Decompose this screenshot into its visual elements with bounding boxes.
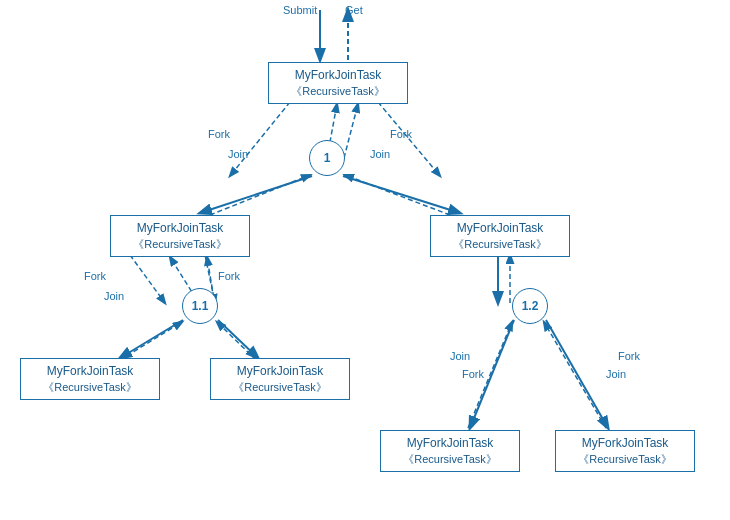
- svg-line-10: [130, 255, 165, 303]
- svg-line-9: [344, 104, 358, 158]
- circle-1-label: 1: [324, 151, 331, 165]
- fork-label-11l: Fork: [84, 270, 106, 282]
- task-n11: MyForkJoinTask 《RecursiveTask》: [20, 358, 160, 400]
- task-n1: MyForkJoinTask 《RecursiveTask》: [110, 215, 250, 257]
- task-n11-stereo: 《RecursiveTask》: [29, 380, 151, 395]
- join-label-12r: Join: [606, 368, 626, 380]
- svg-line-15: [218, 320, 258, 358]
- fork-label-12r: Fork: [618, 350, 640, 362]
- task-n12-stereo: 《RecursiveTask》: [219, 380, 341, 395]
- fork-label-1r: Fork: [390, 128, 412, 140]
- task-root-stereo: 《RecursiveTask》: [277, 84, 399, 99]
- fork-label-1l: Fork: [208, 128, 230, 140]
- svg-line-23: [544, 322, 606, 428]
- circle-1-2: 1.2: [512, 288, 548, 324]
- circle-1-1: 1.1: [182, 288, 218, 324]
- join-label-12l: Join: [450, 350, 470, 362]
- svg-line-22: [546, 320, 608, 428]
- task-n21-stereo: 《RecursiveTask》: [389, 452, 511, 467]
- diagram: Submit Get Fork Join Fork Join Fork Join…: [0, 0, 730, 520]
- svg-line-7: [343, 176, 460, 213]
- task-n2-stereo: 《RecursiveTask》: [439, 237, 561, 252]
- task-n1-label: MyForkJoinTask: [119, 220, 241, 237]
- task-root-label: MyForkJoinTask: [277, 67, 399, 84]
- join-label-1l: Join: [228, 148, 248, 160]
- svg-line-8: [345, 175, 450, 215]
- task-root: MyForkJoinTask 《RecursiveTask》: [268, 62, 408, 104]
- svg-line-3: [200, 176, 312, 213]
- task-n21: MyForkJoinTask 《RecursiveTask》: [380, 430, 520, 472]
- circle-1: 1: [309, 140, 345, 176]
- task-n12: MyForkJoinTask 《RecursiveTask》: [210, 358, 350, 400]
- submit-label: Submit: [283, 4, 317, 16]
- get-label: Get: [345, 4, 363, 16]
- task-n2-label: MyForkJoinTask: [439, 220, 561, 237]
- task-n21-label: MyForkJoinTask: [389, 435, 511, 452]
- task-n22-label: MyForkJoinTask: [564, 435, 686, 452]
- fork-label-12l: Fork: [462, 368, 484, 380]
- circle-1-1-label: 1.1: [192, 299, 209, 313]
- join-label-1r: Join: [370, 148, 390, 160]
- svg-line-4: [210, 175, 310, 215]
- task-n2: MyForkJoinTask 《RecursiveTask》: [430, 215, 570, 257]
- svg-line-16: [217, 322, 256, 360]
- join-label-11l: Join: [104, 290, 124, 302]
- svg-line-2: [230, 102, 290, 176]
- task-n12-label: MyForkJoinTask: [219, 363, 341, 380]
- task-n11-label: MyForkJoinTask: [29, 363, 151, 380]
- task-n22-stereo: 《RecursiveTask》: [564, 452, 686, 467]
- task-n22: MyForkJoinTask 《RecursiveTask》: [555, 430, 695, 472]
- task-n1-stereo: 《RecursiveTask》: [119, 237, 241, 252]
- svg-line-11: [120, 320, 183, 358]
- fork-label-11r: Fork: [218, 270, 240, 282]
- svg-line-12: [120, 322, 182, 360]
- circle-1-2-label: 1.2: [522, 299, 539, 313]
